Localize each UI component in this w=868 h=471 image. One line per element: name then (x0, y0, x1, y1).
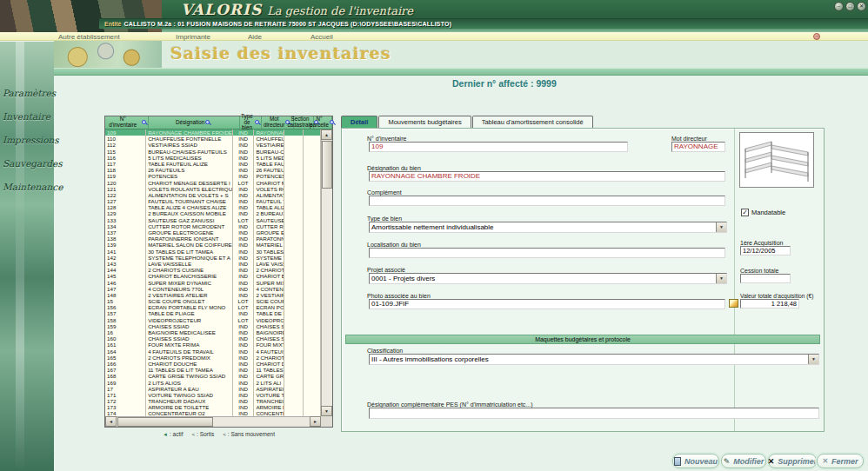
cell[interactable]: TRANCHEUR DADAUX (146, 398, 233, 404)
cell[interactable] (304, 348, 321, 355)
table-row[interactable]: 166CHARIOT DOUCHEINDCHARIOT DC (105, 361, 321, 367)
cell[interactable]: BUREAU-CH (254, 149, 284, 155)
cell[interactable] (284, 255, 304, 261)
table-row[interactable]: 158VIDEOPROJECTEURLOTVIDEOPROJI (105, 317, 321, 323)
cell[interactable]: LAVE VAISS (254, 261, 284, 267)
cell[interactable]: 30 TABLES DE LIT TAMEA (146, 249, 233, 255)
cell[interactable]: SCIE COUPE ONGLET (146, 298, 233, 304)
cell[interactable]: CHAUFFEUS (254, 136, 284, 142)
cell[interactable] (304, 223, 321, 229)
total-value-field[interactable]: 1 218,48 (740, 299, 799, 308)
cell[interactable] (284, 136, 304, 142)
cell[interactable]: 2 LITS ALIOS (146, 380, 233, 386)
cell[interactable]: 2 CHARIOTS (254, 267, 284, 273)
cell[interactable]: VESTIAIRES (254, 142, 284, 148)
cell[interactable] (304, 167, 321, 173)
cell[interactable]: POTENCES (146, 173, 233, 179)
classification-select[interactable]: III - Autres immobilisations corporelles… (369, 354, 819, 365)
hscroll-thumb[interactable] (117, 417, 213, 427)
cell[interactable]: BUREAU-CHAISES-FAUTEUILS (146, 149, 233, 155)
tab-3[interactable]: Tableau d'amortissement consolidé (472, 116, 593, 128)
cell[interactable]: TABLE FAUT (254, 161, 284, 167)
cell[interactable]: 143 (105, 261, 146, 267)
cell[interactable]: IND (233, 348, 254, 355)
cell[interactable]: 146 (105, 280, 146, 286)
cell[interactable]: 2 BUREAUX CAISSON MOBILE (146, 210, 233, 216)
cell[interactable] (284, 129, 304, 136)
cell[interactable]: 2 BUREAUX (254, 210, 284, 216)
cell[interactable] (304, 392, 321, 398)
cell[interactable] (304, 292, 321, 298)
cell[interactable]: 133 (105, 217, 146, 223)
cell[interactable]: 122 (105, 192, 146, 198)
cell[interactable] (304, 236, 321, 242)
cell[interactable]: IND (233, 310, 254, 316)
cell[interactable]: FAUTEUIL TOURNANT CHAISE (146, 198, 233, 204)
cell[interactable]: RAYONNAGE CHAMBRE FROIDE (146, 129, 233, 136)
cell[interactable]: VIDEOPROJECTEUR (146, 317, 233, 323)
cell[interactable] (304, 136, 321, 142)
cell[interactable]: TABLE DE P (254, 310, 284, 316)
table-row[interactable]: 145CHARIOT BLANCHISSERIEINDCHARIOT BL (105, 273, 321, 279)
cell[interactable]: IND (233, 292, 254, 298)
cell[interactable] (284, 348, 304, 355)
cell[interactable]: SYSTEME TELEPHONIQUE ET A (146, 255, 233, 261)
cell[interactable] (304, 161, 321, 167)
cell[interactable]: 2 VESTIAIR (254, 292, 284, 298)
menu-item-4[interactable]: Accueil (310, 33, 333, 41)
table-row[interactable]: 133SAUTEUSE GAZ ZANUSSILOTSAUTEUSE ( (105, 217, 321, 223)
cell[interactable] (284, 329, 304, 335)
col-header-2[interactable]: Désignation (149, 116, 240, 129)
cell[interactable] (304, 367, 321, 373)
sidebar-item-5[interactable]: Maintenance (3, 182, 54, 192)
chevron-down-icon[interactable]: ▼ (808, 355, 818, 364)
cell[interactable]: IND (233, 167, 254, 173)
cell[interactable] (304, 204, 321, 210)
cell[interactable]: PARATONNE (254, 236, 284, 242)
cell[interactable]: CARTE GRIS (254, 373, 284, 379)
cell[interactable]: 139 (105, 242, 146, 248)
cell[interactable] (284, 286, 304, 292)
scroll-left-icon[interactable]: ◄ (105, 416, 117, 427)
cell[interactable]: 172 (105, 398, 146, 404)
cell[interactable]: 2 LITS ALI (254, 380, 284, 386)
cell[interactable]: IND (233, 242, 254, 248)
cell[interactable]: CHARIOT BL (254, 273, 284, 279)
horizontal-scrollbar[interactable]: ◄ ► (105, 416, 321, 427)
cell[interactable]: 157 (105, 310, 146, 316)
chevron-down-icon[interactable]: ▼ (716, 222, 726, 232)
col-header-1[interactable]: N° d'inventaire (105, 116, 149, 129)
table-row[interactable]: 156ECRAN PORTABLE FLY MONOLOTECRAN POR (105, 304, 321, 310)
cell[interactable]: CHARIOT BLANCHISSERIE (146, 273, 233, 279)
cell[interactable]: IND (233, 323, 254, 329)
cell[interactable]: 4 CONTENEURS 770L (146, 286, 233, 292)
cell[interactable]: 129 (105, 210, 146, 216)
cell[interactable] (304, 323, 321, 329)
cell[interactable] (284, 335, 304, 342)
cell[interactable] (304, 186, 321, 192)
cell[interactable]: TABLE ALIZ (254, 204, 284, 210)
cell[interactable] (284, 292, 304, 298)
cell[interactable] (284, 304, 304, 310)
cell[interactable]: VOLETS ROU (254, 186, 284, 192)
cell[interactable] (284, 161, 304, 167)
fermer-button[interactable]: ✕Fermer (817, 454, 864, 468)
cell[interactable]: IND (233, 261, 254, 267)
cell[interactable]: ECRAN POR (254, 304, 284, 310)
menu-collapse-icon[interactable]: – (813, 33, 820, 40)
cell[interactable] (284, 229, 304, 236)
cell[interactable]: 134 (105, 223, 146, 229)
cell[interactable]: IND (233, 149, 254, 155)
cell[interactable] (284, 261, 304, 267)
cell[interactable] (284, 317, 304, 323)
cell[interactable]: LAVE VAISSELLE (146, 261, 233, 267)
acquisition-field[interactable]: 12/12/2005 (740, 246, 791, 255)
cell[interactable] (304, 342, 321, 348)
cell[interactable] (304, 261, 321, 267)
cell[interactable]: LOT (233, 304, 254, 310)
table-row[interactable]: 119POTENCESINDPOTENCES (105, 173, 321, 179)
cell[interactable] (284, 149, 304, 155)
cell[interactable]: 2 CHARIOTS (254, 355, 284, 361)
cell[interactable] (284, 367, 304, 373)
cell[interactable] (304, 149, 321, 155)
